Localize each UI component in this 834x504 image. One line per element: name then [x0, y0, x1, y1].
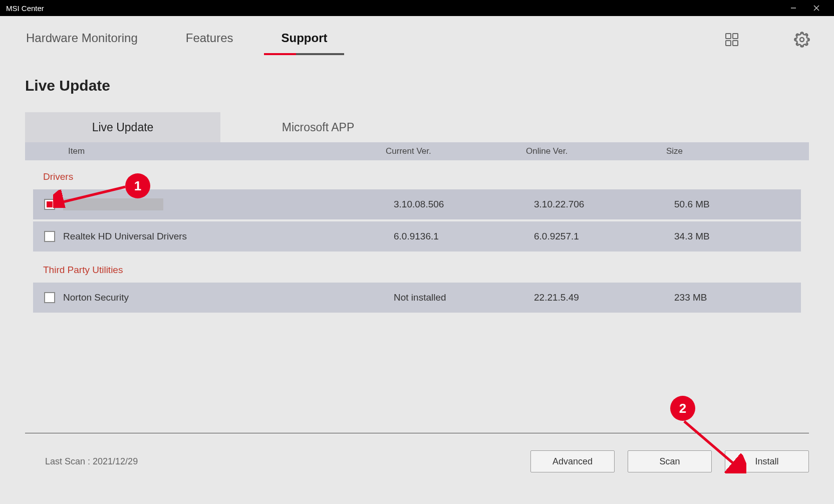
row-online: 3.10.22.706	[534, 199, 674, 210]
tab-support[interactable]: Support	[277, 25, 331, 54]
th-online: Online Ver.	[526, 146, 666, 156]
row-checkbox[interactable]	[44, 231, 55, 242]
row-name: Norton Security	[63, 292, 129, 303]
svg-line-8	[59, 187, 125, 203]
row-checkbox[interactable]	[44, 292, 55, 303]
row-current: 3.10.08.506	[394, 199, 534, 210]
th-current: Current Ver.	[386, 146, 526, 156]
tab-hardware-monitoring[interactable]: Hardware Monitoring	[22, 25, 142, 54]
subtab-live-update[interactable]: Live Update	[25, 112, 220, 142]
th-item: Item	[25, 146, 386, 156]
row-online: 22.21.5.49	[534, 292, 674, 303]
svg-line-9	[684, 421, 736, 466]
minimize-button[interactable]	[782, 0, 805, 16]
svg-rect-3	[726, 34, 731, 39]
last-scan-label: Last Scan : 2021/12/29	[45, 456, 138, 467]
tab-features[interactable]: Features	[182, 25, 237, 54]
window-title: MSI Center	[6, 4, 44, 13]
category-third-party: Third Party Utilities	[25, 254, 809, 283]
annotation-arrow-2	[681, 418, 746, 473]
table-row[interactable]: Norton Security Not installed 22.21.5.49…	[33, 283, 801, 313]
grid-icon[interactable]	[722, 30, 742, 50]
titlebar: MSI Center	[0, 0, 834, 16]
row-current: 6.0.9136.1	[394, 231, 534, 242]
subtab-microsoft-app[interactable]: Microsoft APP	[220, 112, 416, 142]
annotation-badge-1: 1	[125, 173, 150, 198]
row-size: 34.3 MB	[674, 231, 814, 242]
th-size: Size	[666, 146, 806, 156]
gear-icon[interactable]	[792, 30, 812, 50]
sub-tabs: Live Update Microsoft APP	[25, 112, 834, 142]
advanced-button[interactable]: Advanced	[530, 450, 615, 472]
row-size: 50.6 MB	[674, 199, 814, 210]
annotation-arrow-1	[53, 183, 128, 208]
svg-rect-5	[726, 41, 731, 46]
row-current: Not installed	[394, 292, 534, 303]
row-size: 233 MB	[674, 292, 814, 303]
annotation-badge-2: 2	[670, 396, 695, 421]
svg-point-7	[800, 38, 804, 42]
row-name: Realtek HD Universal Drivers	[63, 231, 187, 242]
page-title: Live Update	[25, 77, 834, 94]
table-row[interactable]: 3.10.08.506 3.10.22.706 50.6 MB	[33, 189, 801, 219]
update-table: Item Current Ver. Online Ver. Size Drive…	[25, 142, 809, 313]
close-button[interactable]	[805, 0, 828, 16]
svg-rect-4	[733, 34, 738, 39]
top-nav: Hardware Monitoring Features Support	[0, 16, 834, 54]
row-online: 6.0.9257.1	[534, 231, 674, 242]
svg-rect-6	[733, 41, 738, 46]
table-header: Item Current Ver. Online Ver. Size	[25, 142, 809, 160]
table-row[interactable]: Realtek HD Universal Drivers 6.0.9136.1 …	[33, 221, 801, 251]
